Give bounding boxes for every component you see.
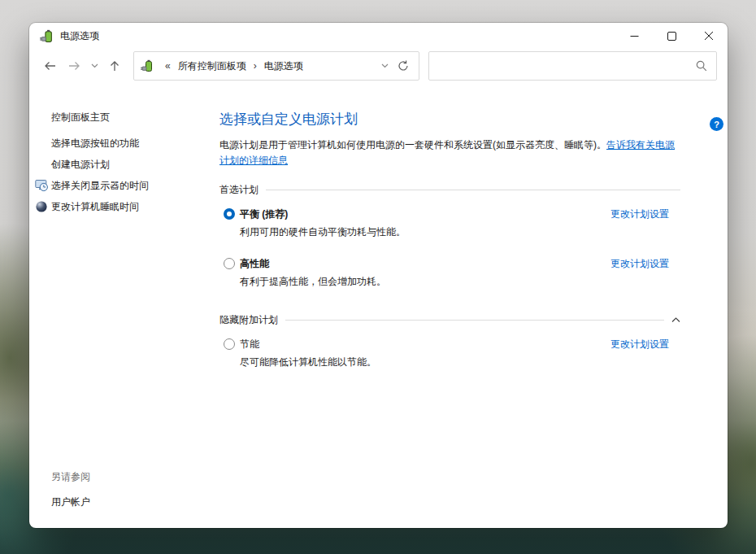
group-header-rule	[285, 320, 664, 321]
up-arrow-icon	[108, 59, 121, 72]
minimize-button[interactable]	[615, 23, 653, 49]
sidebar-item-control-panel-home[interactable]: 控制面板主页	[51, 111, 219, 124]
window-title: 电源选项	[60, 29, 99, 43]
plan-desc-balanced: 利用可用的硬件自动平衡功耗与性能。	[240, 226, 594, 238]
search-input[interactable]	[429, 52, 696, 80]
refresh-button[interactable]	[393, 54, 414, 78]
plan-name-high-performance[interactable]: 高性能	[240, 257, 594, 270]
sidebar-item-user-accounts[interactable]: 用户帐户	[51, 495, 90, 509]
breadcrumb-all-control-panel-items[interactable]: 所有控制面板项	[176, 59, 248, 74]
radio-balanced[interactable]	[224, 208, 235, 220]
sidebar-item-label: 更改计算机睡眠时间	[51, 201, 139, 212]
change-plan-settings-link-balanced[interactable]: 更改计划设置	[610, 207, 669, 220]
display-clock-icon	[35, 179, 48, 192]
maximize-icon	[667, 32, 676, 41]
power-options-window: 电源选项	[29, 23, 728, 528]
group-header-rule	[266, 190, 680, 190]
intro-text: 电源计划是用于管理计算机如何使用电源的一套硬件和系统设置(如显示器亮度、睡眠等)…	[219, 137, 680, 168]
window-controls	[615, 23, 728, 49]
radio-high-performance[interactable]	[224, 258, 235, 269]
recent-pages-button[interactable]	[86, 54, 102, 78]
plan-row-balanced: 平衡 (推荐) 利用可用的硬件自动平衡功耗与性能。 更改计划设置	[219, 207, 680, 238]
collapse-section-button[interactable]	[671, 317, 680, 323]
main-panel: 选择或自定义电源计划 电源计划是用于管理计算机如何使用电源的一套硬件和系统设置(…	[219, 86, 728, 528]
plan-name-power-saver[interactable]: 节能	[240, 338, 594, 351]
sleep-moon-icon	[35, 200, 48, 213]
chevron-down-icon	[91, 63, 98, 68]
plan-desc-power-saver: 尽可能降低计算机性能以节能。	[240, 356, 594, 369]
sidebar-item-power-buttons[interactable]: 选择电源按钮的功能	[29, 137, 219, 150]
sidebar-item-label: 选择电源按钮的功能	[51, 137, 139, 149]
search-icon	[696, 60, 707, 72]
page-title: 选择或自定义电源计划	[219, 110, 680, 129]
content-area: ? 控制面板主页 选择电源按钮的功能 创建电源计划 选择关闭显示器的时间	[29, 86, 728, 528]
sidebar-item-display-off-time[interactable]: 选择关闭显示器的时间	[29, 180, 219, 192]
see-also-section: 另请参阅 用户帐户	[51, 470, 90, 509]
sidebar-item-label: 选择关闭显示器的时间	[51, 180, 149, 191]
up-button[interactable]	[102, 54, 127, 78]
group-header-label: 隐藏附加计划	[219, 313, 278, 327]
plan-name-balanced[interactable]: 平衡 (推荐)	[240, 207, 594, 220]
refresh-icon	[398, 60, 409, 72]
see-also-header: 另请参阅	[51, 470, 90, 484]
plan-row-high-performance: 高性能 有利于提高性能，但会增加功耗。 更改计划设置	[219, 257, 680, 288]
power-plug-battery-icon	[40, 29, 54, 43]
navigation-toolbar: « 所有控制面板项 › 电源选项	[29, 49, 728, 86]
maximize-button[interactable]	[653, 23, 690, 49]
power-plug-battery-icon	[141, 59, 154, 72]
breadcrumb-overflow-chevron[interactable]: «	[159, 60, 176, 72]
close-button[interactable]	[690, 23, 728, 49]
plan-row-power-saver: 节能 尽可能降低计算机性能以节能。 更改计划设置	[219, 338, 680, 369]
title-bar: 电源选项	[29, 23, 728, 49]
address-bar[interactable]: « 所有控制面板项 › 电源选项	[133, 51, 419, 81]
address-dropdown-button[interactable]	[376, 54, 393, 78]
breadcrumb-separator-icon: ›	[248, 60, 263, 72]
sidebar: 控制面板主页 选择电源按钮的功能 创建电源计划 选择关闭显示器的时间	[29, 86, 219, 528]
chevron-down-icon	[381, 63, 389, 68]
change-plan-settings-link-power-saver[interactable]: 更改计划设置	[610, 338, 669, 351]
back-arrow-icon	[43, 59, 57, 72]
close-icon	[704, 31, 714, 41]
sidebar-item-label: 创建电源计划	[51, 159, 110, 170]
back-button[interactable]	[37, 54, 62, 78]
plan-desc-high-performance: 有利于提高性能，但会增加功耗。	[240, 276, 594, 288]
forward-button[interactable]	[62, 54, 86, 78]
minimize-icon	[630, 32, 639, 41]
radio-power-saver[interactable]	[224, 338, 235, 350]
forward-arrow-icon	[67, 59, 81, 72]
help-button[interactable]: ?	[710, 117, 723, 131]
sidebar-item-create-power-plan[interactable]: 创建电源计划	[29, 159, 219, 171]
hidden-plans-header: 隐藏附加计划	[219, 313, 680, 327]
breadcrumb-power-options[interactable]: 电源选项	[263, 59, 305, 74]
search-box	[428, 51, 717, 81]
preferred-plans-header: 首选计划	[219, 183, 680, 197]
sidebar-item-sleep-time[interactable]: 更改计算机睡眠时间	[29, 201, 219, 213]
group-header-label: 首选计划	[219, 183, 259, 197]
chevron-up-icon	[671, 317, 680, 323]
intro-body: 电源计划是用于管理计算机如何使用电源的一套硬件和系统设置(如显示器亮度、睡眠等)…	[219, 139, 606, 150]
change-plan-settings-link-high-performance[interactable]: 更改计划设置	[610, 257, 669, 270]
